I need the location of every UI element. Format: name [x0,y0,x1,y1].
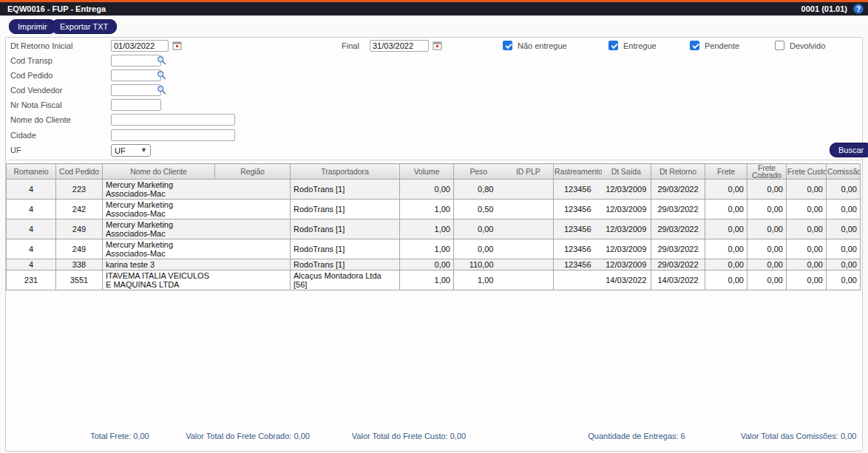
filter-separator [6,160,862,160]
titlebar: EQW0016 - FUP - Entrega 0001 (01.01) ? [0,2,868,16]
col-frete[interactable]: Frete [705,164,747,180]
table-row[interactable]: 2313551ITAVEMA ITALIA VEICULOS E MAQUINA… [7,270,861,290]
total-frete: Total Frete: 0,00 [90,432,149,440]
cell-cod-pedido: 249 [56,219,103,239]
table-row[interactable]: 4338karina teste 3RodoTrans [1]0,00110,0… [7,259,861,270]
cell-romaneio: 4 [7,219,56,239]
final-label: Final [342,41,359,51]
cell-comissao: 0,00 [827,200,861,219]
cell-comissao: 0,00 [827,270,861,290]
col-frete-custo[interactable]: Frete Custo [787,164,827,180]
cell-id-plp [503,180,554,200]
cell-peso: 0,00 [454,219,503,239]
cell-cod-pedido: 242 [56,200,103,219]
col-dt-saida[interactable]: Dt Saída [602,164,651,180]
results-table: Romaneio Cod Pedido Nome do Cliente Regi… [6,163,861,290]
col-cod-pedido[interactable]: Cod Pedido [56,164,103,180]
imprimir-button[interactable]: Imprimir [9,19,56,34]
uf-select[interactable]: UF ▼ [111,144,151,157]
cell-rastreamento: 123456 [554,259,602,270]
cell-transportadora: RodoTrans [1] [291,219,400,239]
cell-cliente: karina teste 3 [103,259,215,270]
col-romaneio[interactable]: Romaneio [7,164,56,180]
checkbox-entregue[interactable]: Entregue [608,41,657,50]
table-row[interactable]: 4223Mercury Marketing Associados-MacRodo… [7,180,861,200]
final-input[interactable] [370,40,429,52]
table-body: 4223Mercury Marketing Associados-MacRodo… [7,180,861,290]
col-rastreamento[interactable]: Rastreamento [554,164,602,180]
cod-pedido-label: Cod Pedido [10,71,53,81]
checkbox-devolvido[interactable]: Devolvido [775,41,825,50]
cell-frete-custo: 0,00 [787,259,827,270]
col-frete-cobrado[interactable]: Frete Cobrado [747,164,787,180]
checkbox-nao-entregue[interactable]: Não entregue [503,41,567,50]
cod-vendedor-input[interactable] [111,84,161,96]
help-icon[interactable]: ? [853,4,864,14]
cell-romaneio: 4 [7,259,56,270]
cell-regiao [215,200,291,219]
cod-vendedor-label: Cod Vendedor [10,86,62,95]
table-header-row: Romaneio Cod Pedido Nome do Cliente Regi… [7,164,861,180]
cell-frete-custo: 0,00 [787,200,827,219]
cell-peso: 0,00 [454,239,503,259]
cell-dt-saida: 12/03/2009 [602,200,651,219]
dt-retorno-inicial-input[interactable] [111,40,169,52]
col-transportadora[interactable]: Trasportadora [291,164,400,180]
chevron-down-icon: ▼ [140,147,147,154]
cod-pedido-input[interactable] [111,69,161,81]
cell-id-plp [503,259,554,270]
nome-cliente-input[interactable] [111,114,235,126]
calendar-icon[interactable] [172,41,182,50]
cell-regiao [215,239,291,259]
checkbox-label: Entregue [623,41,657,50]
cell-frete: 0,00 [705,200,747,219]
cell-rastreamento: 123456 [554,180,602,200]
cell-frete-custo: 0,00 [787,239,827,259]
cell-peso: 1,00 [454,270,503,290]
checkbox-icon[interactable] [608,41,618,50]
col-id-plp[interactable]: ID PLP [503,164,554,180]
checkbox-icon[interactable] [503,41,512,50]
calendar-icon[interactable] [433,41,442,50]
search-icon[interactable] [157,55,166,65]
col-comissao[interactable]: Comissão [827,164,861,180]
cell-frete-custo: 0,00 [787,270,827,290]
cell-frete: 0,00 [705,259,747,270]
col-peso[interactable]: Peso [454,164,503,180]
cell-dt-retorno: 29/03/2022 [651,239,705,259]
col-regiao[interactable]: Região [215,164,291,180]
uf-select-value: UF [115,146,126,155]
col-nome-cliente[interactable]: Nome do Cliente [103,164,215,180]
checkbox-icon[interactable] [690,41,699,50]
cell-regiao [215,180,291,200]
cell-peso: 110,00 [454,259,503,270]
cell-id-plp [503,200,554,219]
cell-volume: 0,00 [400,180,454,200]
table-row[interactable]: 4242Mercury Marketing Associados-MacRodo… [7,200,861,219]
cidade-input[interactable] [111,129,235,141]
exportar-txt-button[interactable]: Exportar TXT [51,19,117,34]
cod-transp-input[interactable] [111,55,161,67]
cell-frete-custo: 0,00 [787,180,827,200]
checkbox-label: Devolvido [790,41,825,50]
search-icon[interactable] [157,85,166,95]
checkbox-icon[interactable] [775,41,784,50]
cell-dt-retorno: 29/03/2022 [651,259,705,270]
app-window: EQW0016 - FUP - Entrega 0001 (01.01) ? I… [0,0,868,453]
cell-frete: 0,00 [705,219,747,239]
buscar-button[interactable]: Buscar [830,143,868,157]
table-row[interactable]: 4249Mercury Marketing Associados-MacRodo… [7,239,861,259]
table-row[interactable]: 4249Mercury Marketing Associados-MacRodo… [7,219,861,239]
cell-regiao [215,219,291,239]
col-volume[interactable]: Volume [400,164,454,180]
cell-cod-pedido: 223 [56,180,103,200]
cell-cod-pedido: 249 [56,239,103,259]
cell-cliente: Mercury Marketing Associados-Mac [103,219,215,239]
checkbox-label: Não entregue [518,41,567,50]
search-icon[interactable] [157,70,166,80]
checkbox-pendente[interactable]: Pendente [690,41,739,50]
nr-nota-fiscal-input[interactable] [111,99,161,111]
cell-romaneio: 4 [7,239,56,259]
col-dt-retorno[interactable]: Dt Retorno [651,164,705,180]
cell-cod-pedido: 3551 [56,270,103,290]
